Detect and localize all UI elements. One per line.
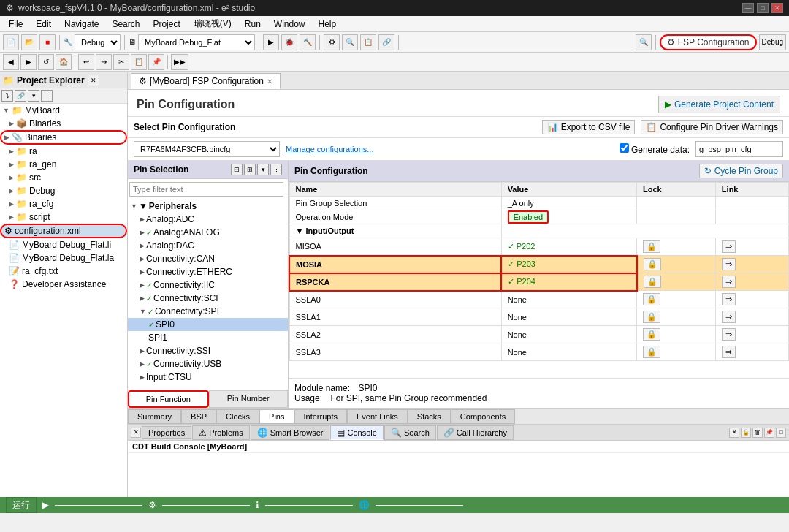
tree-includes[interactable]: ▶ 📎 Binaries xyxy=(0,130,127,145)
menu-window[interactable]: Window xyxy=(268,18,311,31)
tab-clocks[interactable]: Clocks xyxy=(216,409,259,424)
run-status-btn[interactable]: 运行 xyxy=(6,497,37,513)
tree-connectivity-usb[interactable]: ▶ ✓ Connectivity:USB xyxy=(128,357,288,370)
run2-btn[interactable]: ▶▶ xyxy=(171,54,188,70)
generate-data-input[interactable] xyxy=(695,141,783,157)
more-options-btn[interactable]: ⋮ xyxy=(270,164,282,175)
fsp-config-tab[interactable]: ⚙ [MyBoard] FSP Configuration ✕ xyxy=(131,73,281,89)
terminate-btn[interactable]: ✕ xyxy=(729,428,739,438)
forward-btn[interactable]: ▶ xyxy=(20,54,37,70)
tb-extra2[interactable]: 🔍 xyxy=(342,34,358,50)
tb-run-btn[interactable]: ▶ xyxy=(263,34,279,50)
lock-ssla2-btn[interactable]: 🔒 xyxy=(643,328,660,341)
tb-extra1[interactable]: ⚙ xyxy=(324,34,340,50)
debug-mode-btn[interactable]: Debug xyxy=(759,34,786,50)
tree-ra[interactable]: ▶ 📁 ra xyxy=(0,145,127,158)
menu-file[interactable]: File xyxy=(3,18,28,31)
menu-search[interactable]: Search xyxy=(106,18,145,31)
tree-analog-adc[interactable]: ▶ Analog:ADC xyxy=(128,213,288,226)
search-btn[interactable]: 🔍 xyxy=(636,34,652,50)
copy-btn[interactable]: 📋 xyxy=(131,54,147,70)
tab-console[interactable]: ▤ Console xyxy=(330,425,383,440)
tree-myboard-debug-flat-la[interactable]: 📄 MyBoard Debug_Flat.la xyxy=(0,251,127,265)
maximize-button[interactable]: □ xyxy=(757,3,769,13)
tab-components[interactable]: Components xyxy=(451,409,515,424)
undo-btn[interactable]: ↩ xyxy=(78,54,94,70)
expand-tree-btn[interactable]: ⊞ xyxy=(244,164,256,175)
home-btn[interactable]: 🏠 xyxy=(56,54,72,70)
tab-event-links[interactable]: Event Links xyxy=(347,409,408,424)
paste-btn[interactable]: 📌 xyxy=(148,54,164,70)
tree-ra-cfg[interactable]: ▶ 📁 ra_cfg xyxy=(0,197,127,210)
pin-console-btn[interactable]: 📌 xyxy=(764,428,774,438)
tree-myboard[interactable]: ▼ 📁 MyBoard xyxy=(0,104,127,117)
debug-config-select[interactable]: Debug xyxy=(75,34,121,50)
menu-ruixiao[interactable]: 瑞晓视(V) xyxy=(188,16,237,31)
stop-button[interactable]: ■ xyxy=(39,34,56,50)
tab-problems[interactable]: ⚠ Problems xyxy=(192,425,250,440)
tree-configuration-xml[interactable]: ⚙ configuration.xml xyxy=(0,224,127,238)
lock-ssla3-btn[interactable]: 🔒 xyxy=(643,346,660,358)
tree-binaries[interactable]: ▶ 📦 Binaries xyxy=(0,117,127,130)
tab-summary[interactable]: Summary xyxy=(128,409,181,424)
tab-interrupts[interactable]: Interrupts xyxy=(294,409,347,424)
link-ssla3-btn[interactable]: ⇒ xyxy=(722,346,736,358)
generate-project-btn[interactable]: ▶ Generate Project Content xyxy=(658,96,780,113)
tab-call-hierarchy[interactable]: 🔗 Call Hierarchy xyxy=(437,425,514,440)
menu-help[interactable]: Help xyxy=(313,18,343,31)
tree-connectivity-spi[interactable]: ▼ ✓ Connectivity:SPI xyxy=(128,305,288,318)
tree-connectivity-iic[interactable]: ▶ ✓ Connectivity:IIC xyxy=(128,278,288,292)
tab-bsp[interactable]: BSP xyxy=(181,409,216,424)
tb-debug-btn[interactable]: 🐞 xyxy=(281,34,297,50)
tree-src[interactable]: ▶ 📁 src xyxy=(0,171,127,184)
clear-console-btn[interactable]: 🗑 xyxy=(752,428,763,438)
maximize-console-btn[interactable]: □ xyxy=(776,428,786,438)
tree-developer-assistance[interactable]: ❓ Developer Assistance xyxy=(0,278,127,291)
configure-driver-btn[interactable]: 📋 Configure Pin Driver Warnings xyxy=(641,120,783,134)
cycle-pin-group-btn[interactable]: ↻ Cycle Pin Group xyxy=(699,164,783,178)
tab-search[interactable]: 🔍 Search xyxy=(384,425,436,440)
link-ssla2-btn[interactable]: ⇒ xyxy=(722,328,736,341)
tab-properties[interactable]: Properties xyxy=(142,426,191,439)
window-controls[interactable]: — □ ✕ xyxy=(742,3,783,13)
menu-run[interactable]: Run xyxy=(239,18,267,31)
tab-close-btn[interactable]: ✕ xyxy=(267,77,272,86)
pincfg-select[interactable]: R7FA6M4AF3CFB.pincfg xyxy=(134,141,280,157)
more-btn[interactable]: ⋮ xyxy=(41,90,53,102)
export-csv-btn[interactable]: 📊 Export to CSV file xyxy=(542,120,636,134)
lock-ssla0-btn[interactable]: 🔒 xyxy=(643,293,660,305)
link-misoa-btn[interactable]: ⇒ xyxy=(722,240,736,253)
tree-debug[interactable]: ▶ 📁 Debug xyxy=(0,184,127,197)
tb-extra3[interactable]: 📋 xyxy=(360,34,376,50)
link-rspcka-btn[interactable]: ⇒ xyxy=(722,276,736,288)
view-menu-btn[interactable]: ▾ xyxy=(257,164,269,175)
fsp-configuration-button[interactable]: ⚙ FSP Configuration xyxy=(660,34,757,50)
pin-function-tab[interactable]: Pin Function xyxy=(128,390,209,408)
tree-analog-analog[interactable]: ▶ ✓ Analog:ANALOG xyxy=(128,226,288,239)
filter-btn[interactable]: ▾ xyxy=(28,90,39,102)
panel-close-btn[interactable]: ✕ xyxy=(131,428,141,438)
tree-input-ctsu[interactable]: ▶ Input:CTSU xyxy=(128,370,288,384)
pin-number-tab[interactable]: Pin Number xyxy=(209,390,289,408)
link-mosia-btn[interactable]: ⇒ xyxy=(722,258,736,270)
link-editor-btn[interactable]: 🔗 xyxy=(15,90,26,102)
tab-stacks[interactable]: Stacks xyxy=(408,409,451,424)
tree-myboard-debug-flat-li[interactable]: 📄 MyBoard Debug_Flat.li xyxy=(0,238,127,251)
tree-spi0[interactable]: ✓ SPI0 xyxy=(128,318,288,331)
tb-extra4[interactable]: 🔗 xyxy=(378,34,394,50)
tree-ra-gen[interactable]: ▶ 📁 ra_gen xyxy=(0,158,127,171)
menu-navigate[interactable]: Navigate xyxy=(58,18,104,31)
tab-smart-browser[interactable]: 🌐 Smart Browser xyxy=(251,425,330,440)
tree-ra-cfg-txt[interactable]: 📝 ra_cfg.txt xyxy=(0,265,127,278)
tree-analog-dac[interactable]: ▶ Analog:DAC xyxy=(128,239,288,252)
close-button[interactable]: ✕ xyxy=(771,3,783,13)
lock-mosia-btn[interactable]: 🔒 xyxy=(644,258,661,270)
board-config-select[interactable]: MyBoard Debug_Flat xyxy=(138,34,255,50)
generate-checkbox[interactable] xyxy=(620,143,629,153)
link-ssla0-btn[interactable]: ⇒ xyxy=(722,293,736,305)
tree-connectivity-sci[interactable]: ▶ ✓ Connectivity:SCI xyxy=(128,292,288,305)
lock-rspcka-btn[interactable]: 🔒 xyxy=(644,276,661,288)
pin-filter-input[interactable] xyxy=(129,182,283,197)
tree-peripherals[interactable]: ▼ ▼ Peripherals xyxy=(128,200,288,213)
close-explorer-btn[interactable]: ✕ xyxy=(88,75,99,86)
